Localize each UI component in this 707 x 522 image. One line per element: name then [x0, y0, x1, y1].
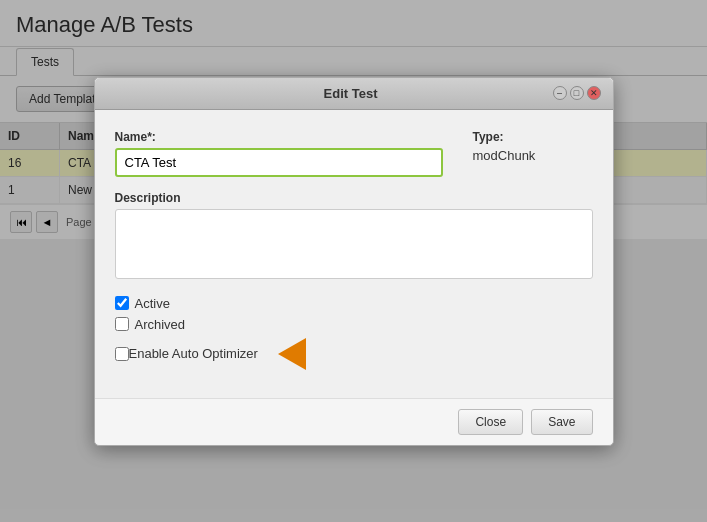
- active-row: Active: [115, 296, 593, 311]
- active-checkbox[interactable]: [115, 296, 129, 310]
- modal-controls: – □ ✕: [553, 86, 601, 100]
- name-label: Name*:: [115, 130, 443, 144]
- archived-row: Archived: [115, 317, 593, 332]
- description-input[interactable]: [115, 209, 593, 279]
- modal-title: Edit Test: [149, 86, 553, 101]
- modal-footer: Close Save: [95, 398, 613, 445]
- active-label[interactable]: Active: [135, 296, 170, 311]
- modal-body: Name*: Type: modChunk Description Active: [95, 110, 613, 398]
- checkboxes-group: Active Archived Enable Auto Optimizer: [115, 296, 593, 370]
- name-type-row: Name*: Type: modChunk: [115, 130, 593, 177]
- type-group: Type: modChunk: [473, 130, 593, 163]
- save-button[interactable]: Save: [531, 409, 592, 435]
- auto-optimizer-checkbox[interactable]: [115, 347, 129, 361]
- name-group: Name*:: [115, 130, 443, 177]
- auto-optimizer-label[interactable]: Enable Auto Optimizer: [129, 346, 258, 361]
- description-group: Description: [115, 191, 593, 282]
- type-label: Type:: [473, 130, 593, 144]
- modal-header: Edit Test – □ ✕: [95, 78, 613, 110]
- type-value: modChunk: [473, 148, 593, 163]
- close-button[interactable]: Close: [458, 409, 523, 435]
- modal-close-button[interactable]: ✕: [587, 86, 601, 100]
- modal-overlay: Edit Test – □ ✕ Name*: Type: modChunk: [0, 0, 707, 522]
- auto-optimizer-row: Enable Auto Optimizer: [115, 338, 593, 370]
- name-input[interactable]: [115, 148, 443, 177]
- modal-maximize-button[interactable]: □: [570, 86, 584, 100]
- description-label: Description: [115, 191, 593, 205]
- modal-minimize-button[interactable]: –: [553, 86, 567, 100]
- arrow-icon: [278, 338, 306, 370]
- archived-checkbox[interactable]: [115, 317, 129, 331]
- archived-label[interactable]: Archived: [135, 317, 186, 332]
- edit-test-modal: Edit Test – □ ✕ Name*: Type: modChunk: [94, 77, 614, 446]
